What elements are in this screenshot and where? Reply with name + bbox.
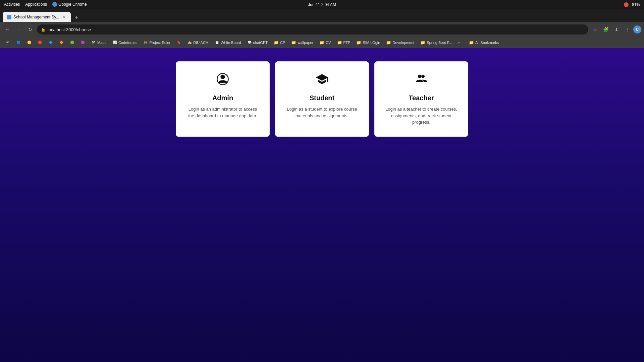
bookmarks-bar: ✉ 🔵 🟡 🔴 🔷 🔶 🟢 🟣 🗺 Maps 📊 Codef — [0, 37, 644, 48]
os-bar-left: Activities Applications Google Chrome — [4, 2, 87, 8]
bookmark-item-ext[interactable]: 🔖 — [174, 39, 184, 47]
bookmark-folder-dev-label: Development — [392, 41, 414, 45]
bookmark-maps[interactable]: 🗺 Maps — [89, 39, 109, 47]
bookmark-whiteboard-label: White Board — [221, 41, 241, 45]
tab-close-button[interactable]: ✕ — [61, 14, 67, 20]
bookmark-all-bookmarks[interactable]: 📁 All Bookmarks — [466, 39, 501, 47]
gmail-favicon: ✉ — [5, 40, 10, 45]
browser-chrome: School Management Sy... ✕ + ← → ↻ 🔒 loca… — [0, 9, 644, 48]
bookmark-item-3[interactable]: 🔴 — [35, 39, 45, 47]
bookmark-item-4[interactable]: 🔷 — [46, 39, 56, 47]
teacher-card[interactable]: Teacher Login as a teacher to create cou… — [374, 61, 468, 137]
bookmark-item-5[interactable]: 🔶 — [56, 39, 66, 47]
downloads-button[interactable]: ⬇ — [612, 25, 621, 34]
nav-bar: ← → ↻ 🔒 localhost:3000/choose ☆ 🧩 ⬇ ⋮ U — [0, 22, 644, 37]
teacher-description: Login as a teacher to create courses, as… — [384, 106, 459, 126]
bookmark-codeforces-label: Codeforces — [118, 41, 137, 45]
battery-indicator: 81% — [632, 2, 640, 7]
os-datetime: Jun 11 2:04 AM — [308, 2, 336, 7]
bookmark-folder-cv[interactable]: 📁 CV — [317, 39, 333, 47]
bookmark-folder-simlogin-label: SIM LOgin — [363, 41, 380, 45]
os-bar-right: 81% — [624, 2, 640, 7]
bookmark-item-1[interactable]: 🔵 — [13, 39, 23, 47]
bookmark-folder-cp[interactable]: 📁 CP — [271, 39, 288, 47]
teacher-icon — [415, 72, 428, 89]
bookmark-folder-wallpaper[interactable]: 📁 wallpaper — [288, 39, 316, 47]
svg-point-0 — [220, 75, 225, 79]
bookmark-folder-simlogin[interactable]: 📁 SIM LOgin — [354, 39, 383, 47]
admin-card[interactable]: Admin Login as an administrator to acces… — [176, 61, 270, 137]
bookmark-chatgpt[interactable]: 💬 chatGPT — [245, 39, 270, 47]
student-description: Login as a student to explore course mat… — [285, 106, 359, 119]
os-close-btn[interactable] — [624, 2, 629, 7]
teacher-title: Teacher — [409, 94, 434, 102]
bookmark-item-7[interactable]: 🟣 — [78, 39, 88, 47]
admin-icon — [216, 72, 229, 89]
bookmark-all-label: All Bookmarks — [475, 41, 499, 45]
lock-icon: 🔒 — [41, 27, 46, 32]
student-title: Student — [310, 94, 334, 102]
bookmark-item-2[interactable]: 🟡 — [24, 39, 34, 47]
applications-label[interactable]: Applications — [25, 2, 47, 8]
extensions-button[interactable]: 🧩 — [601, 25, 610, 34]
bookmark-folder-wallpaper-label: wallpaper — [298, 41, 313, 45]
admin-title: Admin — [212, 94, 233, 102]
svg-point-2 — [418, 75, 421, 78]
active-tab[interactable]: School Management Sy... ✕ — [3, 12, 71, 22]
profile-avatar[interactable]: U — [633, 25, 641, 34]
bookmark-diuacm-label: DIU ACM — [193, 41, 209, 45]
bookmark-maps-label: Maps — [97, 41, 106, 45]
bookmark-whiteboard[interactable]: 📋 White Board — [212, 39, 244, 47]
admin-description: Login as an administrator to access the … — [185, 106, 260, 119]
activities-label[interactable]: Activities — [4, 2, 20, 8]
address-text: localhost:3000/choose — [48, 27, 91, 32]
browser-label: Google Chrome — [52, 2, 87, 8]
student-card[interactable]: Student Login as a student to explore co… — [275, 61, 369, 137]
nav-actions: ☆ 🧩 ⬇ ⋮ U — [590, 25, 641, 34]
bookmark-folder-ftp[interactable]: 📁 FTP — [334, 39, 353, 47]
bookmark-euler[interactable]: 🧮 Project Euler — [141, 39, 173, 47]
svg-point-3 — [421, 75, 425, 78]
bookmark-folder-springboot-label: Spring Boot P... — [427, 41, 452, 45]
bookmark-gmail[interactable]: ✉ — [3, 39, 13, 47]
more-options-button[interactable]: ⋮ — [623, 25, 632, 34]
bookmark-chatgpt-label: chatGPT — [253, 41, 268, 45]
bookmark-euler-label: Project Euler — [149, 41, 170, 45]
bookmarks-separator — [464, 40, 464, 46]
main-content: Admin Login as an administrator to acces… — [0, 48, 644, 362]
bookmark-item-6[interactable]: 🟢 — [67, 39, 77, 47]
tab-title: School Management Sy... — [13, 15, 59, 19]
tab-bar: School Management Sy... ✕ + — [0, 9, 644, 22]
bookmark-diuacm[interactable]: 🏫 DIU ACM — [184, 39, 211, 47]
bookmark-folder-dev[interactable]: 📁 Development — [383, 39, 417, 47]
bookmarks-more-button[interactable]: » — [455, 40, 462, 45]
address-bar[interactable]: 🔒 localhost:3000/choose — [37, 24, 588, 35]
bookmark-star-button[interactable]: ☆ — [590, 25, 600, 34]
bookmark-folder-springboot[interactable]: 📁 Spring Boot P... — [418, 39, 455, 47]
student-icon — [315, 72, 329, 89]
tab-favicon — [7, 15, 11, 19]
bookmark-folder-ftp-label: FTP — [343, 41, 351, 45]
reload-button[interactable]: ↻ — [25, 25, 35, 34]
bookmark-folder-cv-label: CV — [326, 41, 331, 45]
back-button[interactable]: ← — [3, 25, 12, 34]
os-bar: Activities Applications Google Chrome Ju… — [0, 0, 644, 9]
forward-button[interactable]: → — [14, 25, 23, 34]
bookmark-folder-cp-label: CP — [280, 41, 285, 45]
bookmark-codeforces[interactable]: 📊 Codeforces — [110, 39, 140, 47]
role-cards-container: Admin Login as an administrator to acces… — [176, 61, 468, 137]
new-tab-button[interactable]: + — [72, 13, 82, 22]
